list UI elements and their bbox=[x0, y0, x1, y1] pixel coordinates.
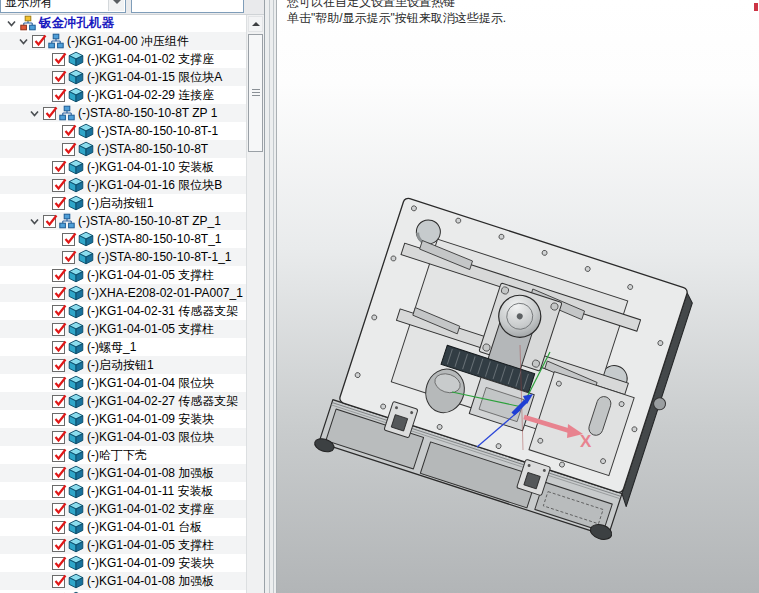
visibility-checkbox[interactable] bbox=[52, 341, 65, 354]
part-icon bbox=[68, 159, 84, 175]
tree-row[interactable]: (-)STA-80-150-10-8T ZP_1 bbox=[0, 212, 246, 230]
tree-row[interactable]: (-)KG1-04-01-08 加强板 bbox=[0, 464, 246, 482]
tree-item-label: (-)KG1-04-02-31 传感器支架 bbox=[87, 303, 238, 320]
tree-row[interactable]: (-)XHA-E208-02-01-PA007_1 bbox=[0, 284, 246, 302]
tree-row[interactable]: (-)KG1-04-00 冲压组件 bbox=[0, 32, 246, 50]
tree-item-label: 钣金冲孔机器 bbox=[39, 15, 114, 32]
tree-row[interactable]: (-)STA-80-150-10-8T-1_1 bbox=[0, 248, 246, 266]
tree-row[interactable]: (-)KG1-04-01-05 支撑柱 bbox=[0, 266, 246, 284]
part-icon bbox=[68, 411, 84, 427]
visibility-checkbox[interactable] bbox=[52, 287, 65, 300]
machine-model[interactable] bbox=[313, 194, 702, 547]
search-input[interactable] bbox=[131, 0, 244, 13]
tree-row[interactable]: (-)KG1-04-01-05 支撑柱 bbox=[0, 320, 246, 338]
visibility-checkbox[interactable] bbox=[43, 107, 56, 120]
visibility-checkbox[interactable] bbox=[62, 251, 75, 264]
tree-row[interactable]: (-)KG1-04-02-29 连接座 bbox=[0, 86, 246, 104]
visibility-checkbox[interactable] bbox=[52, 359, 65, 372]
visibility-checkbox[interactable] bbox=[52, 575, 65, 588]
chevron-down-icon[interactable] bbox=[28, 107, 40, 119]
tree-row[interactable]: (-)KG1-04-01-16 限位块B bbox=[0, 176, 246, 194]
tree-row[interactable]: (-)KG1-04-01-09 安装块 bbox=[0, 554, 246, 572]
tree-item-label: (-)启动按钮1 bbox=[87, 195, 154, 212]
chevron-down-icon[interactable] bbox=[108, 0, 124, 11]
chevron-down-icon[interactable] bbox=[28, 215, 40, 227]
part-icon bbox=[68, 195, 84, 211]
visibility-checkbox[interactable] bbox=[52, 89, 65, 102]
tree-panel: 显示所有 钣金冲孔机器 bbox=[0, 0, 264, 593]
tree-row[interactable]: (-)KG1-04-01-10 安装板 bbox=[0, 158, 246, 176]
model-viewport[interactable]: X bbox=[277, 0, 759, 593]
visibility-checkbox[interactable] bbox=[52, 395, 65, 408]
visibility-checkbox[interactable] bbox=[52, 53, 65, 66]
tree-row[interactable]: (-)启动按钮1 bbox=[0, 356, 246, 374]
application-window: 显示所有 钣金冲孔机器 bbox=[0, 0, 759, 593]
tree-row[interactable]: (-)KG1-04-01-08 加强板 bbox=[0, 572, 246, 590]
chevron-down-icon[interactable] bbox=[5, 17, 17, 29]
visibility-checkbox[interactable] bbox=[52, 161, 65, 174]
visibility-checkbox[interactable] bbox=[52, 323, 65, 336]
tree-row[interactable]: (-)KG1-04-01-04 限位块 bbox=[0, 374, 246, 392]
tree-row[interactable]: (-)KG1-04-01-11 安装板 bbox=[0, 482, 246, 500]
tree-row[interactable]: (-)STA-80-150-10-8T_1 bbox=[0, 230, 246, 248]
visibility-checkbox[interactable] bbox=[52, 431, 65, 444]
tree-row[interactable]: (-)KG1-04-01-05 支撑柱 bbox=[0, 536, 246, 554]
scroll-up-button[interactable] bbox=[248, 16, 263, 32]
tree-row[interactable]: (-)启动按钮1 bbox=[0, 194, 246, 212]
visibility-checkbox[interactable] bbox=[52, 557, 65, 570]
visibility-checkbox[interactable] bbox=[62, 233, 75, 246]
tree-item-label: (-)STA-80-150-10-8T ZP 1 bbox=[78, 106, 217, 120]
tree-row[interactable]: (-)KG1-04-01-01 台板 bbox=[0, 518, 246, 536]
visibility-checkbox[interactable] bbox=[62, 143, 75, 156]
visibility-checkbox[interactable] bbox=[52, 503, 65, 516]
tree-item-label: (-)STA-80-150-10-8T-1_1 bbox=[97, 250, 232, 264]
assembly-icon bbox=[48, 33, 64, 49]
tree-item-label: (-)KG1-04-01-10 安装板 bbox=[87, 159, 214, 176]
tree-item-label: (-)启动按钮1 bbox=[87, 357, 154, 374]
visibility-checkbox[interactable] bbox=[52, 377, 65, 390]
visibility-checkbox[interactable] bbox=[62, 125, 75, 138]
visibility-checkbox[interactable] bbox=[52, 449, 65, 462]
visibility-checkbox[interactable] bbox=[52, 179, 65, 192]
tree-row[interactable]: (-)哈丁下壳 bbox=[0, 446, 246, 464]
tree-row[interactable]: (-)STA-80-150-10-8T-1 bbox=[0, 122, 246, 140]
visibility-checkbox[interactable] bbox=[52, 71, 65, 84]
panel-splitter[interactable] bbox=[264, 0, 277, 593]
part-icon bbox=[68, 573, 84, 589]
tree-item-label: (-)KG1-04-01-01 台板 bbox=[87, 519, 202, 536]
part-icon bbox=[68, 501, 84, 517]
tree-row[interactable]: (-)KG1-04-01-02 支撑座 bbox=[0, 500, 246, 518]
tree-row[interactable]: (-)螺母_1 bbox=[0, 338, 246, 356]
tree-row[interactable]: 钣金冲孔机器 bbox=[0, 14, 246, 32]
visibility-checkbox[interactable] bbox=[52, 413, 65, 426]
tree-row[interactable]: (-)STA-80-150-10-8T bbox=[0, 140, 246, 158]
visibility-checkbox[interactable] bbox=[52, 467, 65, 480]
part-icon bbox=[68, 465, 84, 481]
tree-item-label: (-)KG1-04-01-03 限位块 bbox=[87, 429, 214, 446]
visibility-checkbox[interactable] bbox=[52, 305, 65, 318]
visibility-checkbox[interactable] bbox=[52, 485, 65, 498]
chevron-down-icon[interactable] bbox=[17, 35, 29, 47]
visibility-checkbox[interactable] bbox=[52, 269, 65, 282]
tree-row[interactable]: (-)KG1-04-01-09 安装块 bbox=[0, 410, 246, 428]
tree-item-label: (-)KG1-04-01-05 支撑柱 bbox=[87, 537, 214, 554]
scrollbar-thumb[interactable] bbox=[248, 34, 263, 152]
graphics-area[interactable]: 您可以在自定义设置里设置热键 单击"帮助/显示提示"按钮来取消这些提示. bbox=[277, 0, 759, 593]
tree-scrollbar[interactable] bbox=[246, 14, 264, 593]
tree-row[interactable]: (-)KG1-04-02-31 传感器支架 bbox=[0, 302, 246, 320]
tree-row[interactable]: (-)STA-80-150-10-8T ZP 1 bbox=[0, 104, 246, 122]
visibility-checkbox[interactable] bbox=[52, 197, 65, 210]
visibility-checkbox[interactable] bbox=[52, 539, 65, 552]
part-icon bbox=[78, 249, 94, 265]
tree-row[interactable]: (-)KG1-04-01-02 支撑座 bbox=[0, 50, 246, 68]
visibility-checkbox[interactable] bbox=[32, 35, 45, 48]
tree-item-label: (-)STA-80-150-10-8T ZP_1 bbox=[78, 214, 221, 228]
tree-row[interactable]: (-)KG1-04-01-03 限位块 bbox=[0, 428, 246, 446]
visibility-checkbox[interactable] bbox=[43, 215, 56, 228]
tree-row[interactable]: (-)KG1-04-01-15 限位块A bbox=[0, 68, 246, 86]
tree-item-label: (-)KG1-04-01-09 安装块 bbox=[87, 411, 214, 428]
display-filter-dropdown[interactable]: 显示所有 bbox=[0, 0, 126, 13]
visibility-checkbox[interactable] bbox=[52, 521, 65, 534]
tree-row[interactable]: (-)KG1-04-02-27 传感器支架 bbox=[0, 392, 246, 410]
feature-tree: 钣金冲孔机器 (-)KG1-04-00 冲压组件 bbox=[0, 14, 246, 593]
